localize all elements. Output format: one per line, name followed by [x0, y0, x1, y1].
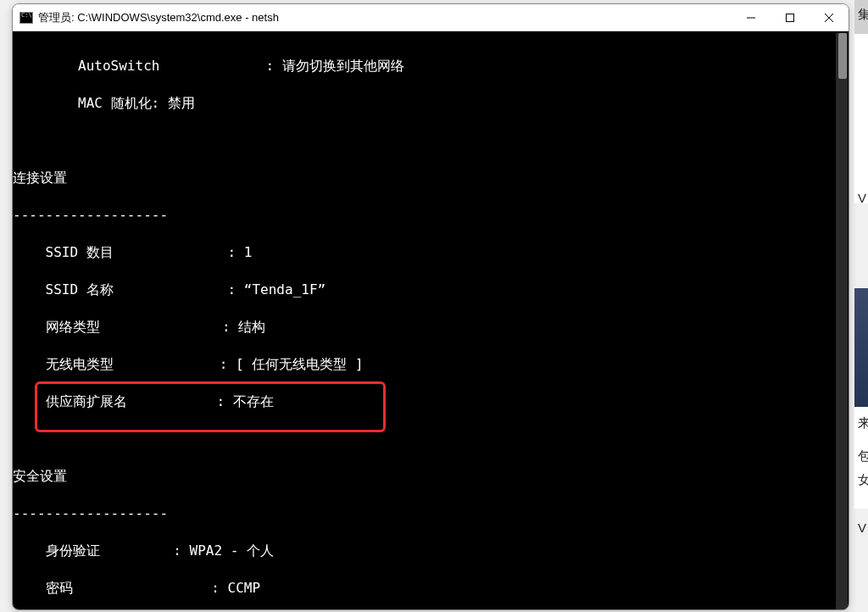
- minimize-icon: [747, 14, 755, 22]
- bg-text: 包: [858, 448, 868, 465]
- terminal-line: 密码 : CCMP: [13, 579, 849, 598]
- bg-text: 来: [858, 415, 868, 431]
- minimize-button[interactable]: [732, 4, 771, 31]
- section-header: 安全设置: [13, 467, 849, 486]
- terminal-line: -------------------: [13, 206, 849, 225]
- cmd-icon: [19, 12, 33, 24]
- titlebar-buttons: [732, 4, 849, 31]
- cmd-window: 管理员: C:\WINDOWS\system32\cmd.exe - netsh…: [12, 3, 849, 610]
- terminal-line: 网络类型 : 结构: [13, 318, 849, 337]
- terminal-area[interactable]: AutoSwitch : 请勿切换到其他网络 MAC 随机化: 禁用 连接设置 …: [13, 31, 849, 609]
- terminal-line: AutoSwitch : 请勿切换到其他网络: [13, 57, 849, 75]
- terminal-line: MAC 随机化: 禁用: [13, 94, 849, 113]
- vertical-scrollbar-thumb[interactable]: [838, 33, 847, 79]
- bg-text: V: [858, 520, 866, 535]
- close-button[interactable]: [810, 4, 849, 31]
- terminal-line: SSID 名称 : “Tenda_1F”: [13, 281, 849, 299]
- vertical-scrollbar-track[interactable]: [836, 33, 848, 609]
- terminal-line: [13, 131, 849, 150]
- close-icon: [825, 14, 833, 22]
- titlebar[interactable]: 管理员: C:\WINDOWS\system32\cmd.exe - netsh: [13, 4, 849, 31]
- bg-text: V: [858, 191, 866, 205]
- bg-text: 集: [858, 7, 868, 23]
- section-header: 连接设置: [13, 169, 849, 187]
- terminal-line: 身份验证 : WPA2 - 个人: [13, 542, 849, 560]
- terminal-line: -------------------: [13, 504, 849, 523]
- terminal-line: [13, 430, 849, 448]
- terminal-line: 供应商扩展名 : 不存在: [13, 392, 849, 411]
- terminal-line: 无线电类型 : [ 任何无线电类型 ]: [13, 355, 849, 374]
- background-window-sliver: 集 V 来 包 女 V: [854, 0, 868, 612]
- bg-text: 女: [858, 472, 868, 488]
- svg-rect-1: [787, 14, 794, 21]
- terminal-line: SSID 数目 : 1: [13, 243, 849, 262]
- maximize-icon: [786, 14, 794, 22]
- maximize-button[interactable]: [771, 4, 810, 31]
- window-title: 管理员: C:\WINDOWS\system32\cmd.exe - netsh: [38, 10, 732, 25]
